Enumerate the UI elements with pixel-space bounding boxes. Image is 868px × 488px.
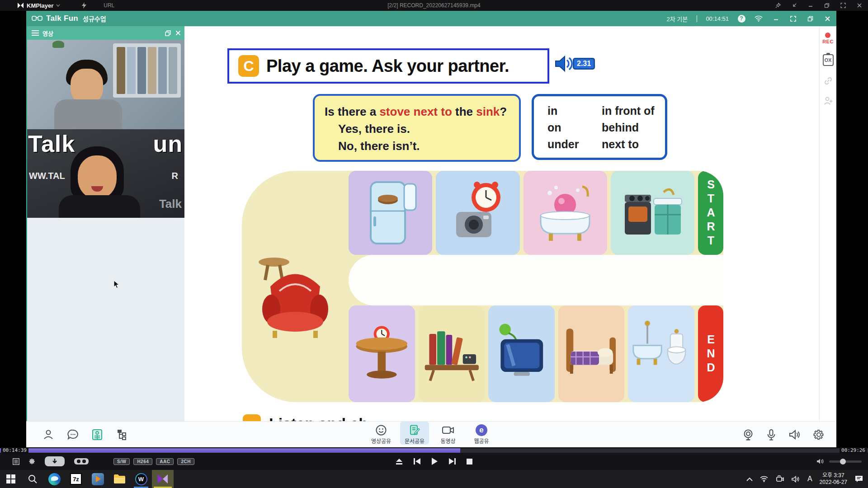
teacher-face — [78, 155, 117, 199]
tray-meeting-camera-icon[interactable] — [775, 475, 784, 483]
dialog-question: Is there a stove next to the sink? — [325, 103, 519, 120]
minimize-icon[interactable] — [806, 1, 816, 9]
backdrop-text: un — [153, 130, 183, 157]
audio-track-indicator: 2.31 — [554, 54, 595, 73]
teacher-webcam: Talk un WW.TAL R Talk — [27, 129, 184, 218]
board-center-track — [349, 255, 723, 305]
separator: | — [696, 14, 698, 23]
video-sidebar: 영상 — [26, 26, 184, 432]
participants-icon — [42, 429, 54, 441]
play-button[interactable] — [431, 458, 438, 465]
tray-chevron-up-icon[interactable] — [746, 477, 753, 481]
video-panel-header: 영상 — [27, 26, 184, 40]
taskbar-kmplayer-icon[interactable] — [152, 470, 174, 488]
stop-button[interactable] — [467, 459, 472, 465]
codec-badges: S/W H264 AAC 2CH — [113, 458, 194, 465]
kmplayer-control-bar: 00:14:39 00:29:26 S/W H264 — [0, 448, 868, 470]
right-tool-rail: REC OX — [819, 26, 836, 432]
video-button: 동영상 — [434, 422, 462, 445]
shrink-corner-icon[interactable] — [789, 1, 799, 9]
seek-bar[interactable]: 00:14:39 00:29:26 — [0, 448, 868, 453]
record-indicator: REC — [822, 33, 834, 44]
lesson-title: Play a game. Ask your partner. — [266, 56, 509, 76]
previous-button[interactable] — [414, 458, 420, 465]
add-person-icon — [823, 96, 833, 106]
webcam-icon — [742, 429, 754, 441]
search-icon[interactable] — [22, 470, 43, 488]
taskbar-clock[interactable]: 오후 3:37 2022-06-27 — [820, 472, 847, 486]
hamburger-menu-icon — [32, 30, 39, 36]
speaker-icon — [788, 429, 801, 440]
web-e-icon: e — [476, 424, 487, 436]
eject-button[interactable] — [396, 458, 403, 465]
player-settings-gear-icon[interactable] — [28, 458, 36, 465]
start-label: START — [705, 178, 717, 248]
action-center-icon[interactable] — [854, 475, 863, 483]
clock-time: 오후 3:37 — [820, 472, 847, 479]
start-button[interactable] — [0, 470, 22, 488]
kmplayer-titlebar: KMPlayer URL [2/2] RECORD_20220627145939… — [0, 0, 868, 11]
speaker-audio-icon — [554, 54, 575, 73]
talkfun-fullscreen-icon — [788, 14, 797, 23]
url-button[interactable]: URL — [104, 2, 114, 9]
wifi-icon — [754, 14, 763, 23]
window-title: [2/2] RECORD_20220627145939.mp4 — [0, 2, 868, 9]
fullscreen-icon[interactable] — [838, 1, 848, 9]
restore-icon[interactable] — [822, 1, 832, 9]
popout-icon — [165, 30, 171, 36]
boost-lightning-icon[interactable] — [82, 2, 86, 9]
audio-track-number: 2.31 — [573, 58, 595, 70]
video-display-area[interactable]: Talk Fun 성규수업 2차 기본 | 00:14:51 ? — [0, 11, 868, 448]
tray-speaker-icon[interactable] — [792, 476, 800, 483]
help-icon: ? — [737, 14, 746, 23]
lesson-title-box: C Play a game. Ask your partner. — [227, 48, 549, 84]
talkfun-class-title: 성규수업 — [83, 14, 106, 23]
talkfun-close-icon — [823, 14, 832, 23]
prepositions-box: inin front of onbehind undernext to — [532, 94, 667, 160]
volume-speaker-icon[interactable] — [816, 458, 825, 465]
video-camera-icon — [442, 424, 454, 436]
talkfun-header: Talk Fun 성규수업 2차 기본 | 00:14:51 ? — [26, 11, 836, 26]
talkfun-app-title: Talk Fun — [46, 14, 78, 23]
dialog-answer-no: No, there isn’t. — [325, 137, 519, 155]
preposition: behind — [602, 119, 639, 136]
share-document-button: 문서공유 — [400, 422, 429, 445]
session-label: 2차 기본 — [667, 14, 688, 23]
volume-slider[interactable] — [829, 460, 862, 463]
tile-refrigerator — [349, 171, 432, 255]
playlist-icon[interactable] — [13, 458, 19, 465]
tray-wifi-icon[interactable] — [760, 476, 768, 482]
chevron-down-icon[interactable] — [56, 4, 60, 7]
taskbar-edge-icon[interactable] — [43, 470, 65, 488]
codec-badge: H264 — [133, 458, 152, 465]
vr-3d-icon[interactable] — [74, 457, 89, 466]
org-tree-icon — [115, 429, 127, 441]
taskbar-webex-icon[interactable]: W — [130, 470, 152, 488]
tile-stove-sink — [611, 171, 694, 255]
talkfun-logo-icon — [32, 15, 42, 22]
preposition: in front of — [602, 103, 655, 119]
taskbar-file-explorer-icon[interactable] — [108, 470, 130, 488]
settings-gear-icon — [813, 429, 825, 441]
next-button[interactable] — [449, 458, 456, 465]
section-badge: C — [238, 55, 259, 77]
download-button[interactable] — [45, 456, 65, 466]
student-body — [54, 99, 122, 129]
volume-thumb[interactable] — [840, 459, 846, 465]
ime-language-indicator[interactable]: A — [807, 475, 812, 483]
tile-clock-camera — [436, 171, 519, 255]
smiley-icon — [375, 424, 387, 436]
close-icon[interactable] — [854, 1, 864, 9]
plant-decor — [52, 41, 64, 48]
record-dot-icon — [825, 33, 830, 38]
talkfun-restore-icon — [806, 14, 815, 23]
elapsed-timer: 00:14:51 — [706, 15, 729, 22]
taskbar-media-player-icon[interactable] — [87, 470, 108, 488]
tile-table-clock — [349, 305, 415, 402]
bookshelf-backdrop — [113, 43, 181, 98]
clock-date: 2022-06-27 — [820, 479, 847, 486]
sidebar-empty-area — [27, 218, 184, 418]
taskbar-7zip-icon[interactable]: 7z — [65, 470, 87, 488]
pin-icon[interactable] — [773, 1, 783, 9]
kmplayer-app-name[interactable]: KMPlayer — [27, 2, 53, 9]
